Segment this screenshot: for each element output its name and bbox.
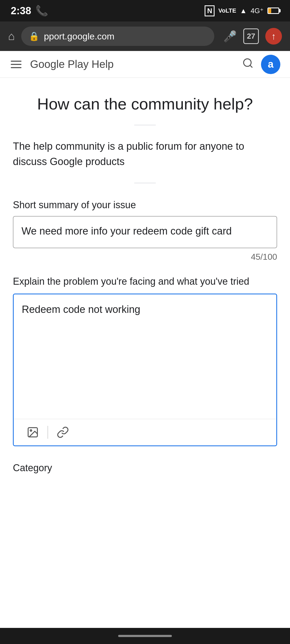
heading-divider: [134, 125, 156, 125]
home-indicator[interactable]: [118, 635, 172, 637]
clock: 2:38: [11, 5, 31, 17]
svg-point-3: [30, 430, 32, 431]
browser-bar: ⌂ 🔒 pport.google.com 🎤 27 ↑: [0, 21, 290, 51]
app-title: Google Play Help: [30, 58, 235, 70]
browser-account-icon: ↑: [271, 31, 276, 42]
volte-icon: VoLTE: [218, 7, 236, 14]
page-heading: How can the community help?: [13, 94, 277, 114]
network-icon: 4G⁺: [251, 7, 264, 15]
main-content: How can the community help? The help com…: [0, 78, 290, 495]
tab-count: 27: [247, 32, 255, 41]
user-avatar-button[interactable]: a: [261, 55, 280, 74]
description-divider: [134, 183, 156, 183]
explain-section: Explain the problem you're facing and wh…: [13, 275, 277, 446]
address-bar[interactable]: 🔒 pport.google.com: [21, 27, 214, 46]
signal-icon: ▲: [240, 7, 247, 15]
description-text: The help community is a public forum for…: [13, 139, 277, 169]
char-count: 45/100: [13, 252, 277, 262]
hamburger-line-3: [11, 67, 21, 68]
category-label: Category: [13, 462, 277, 474]
explain-textarea-wrapper: [13, 294, 277, 446]
battery-icon: [267, 8, 279, 14]
app-header: Google Play Help a: [0, 51, 290, 78]
url-text: pport.google.com: [44, 31, 207, 42]
insert-image-button[interactable]: [20, 424, 45, 441]
explain-label: Explain the problem you're facing and wh…: [13, 275, 277, 288]
summary-input[interactable]: [13, 216, 277, 248]
hamburger-line-1: [11, 61, 21, 62]
bottom-navigation-bar: [0, 628, 290, 644]
toolbar-divider: [48, 426, 48, 439]
hamburger-line-2: [11, 64, 21, 65]
summary-section: Short summary of your issue 45/100: [13, 199, 277, 262]
user-initial: a: [268, 58, 273, 70]
status-icons-area: N VoLTE ▲ 4G⁺: [205, 5, 279, 16]
svg-line-1: [250, 65, 252, 67]
status-bar: 2:38 📞 N VoLTE ▲ 4G⁺: [0, 0, 290, 21]
insert-link-button[interactable]: [50, 424, 75, 441]
textarea-toolbar: [14, 419, 276, 445]
browser-account-button[interactable]: ↑: [265, 28, 282, 45]
explain-textarea[interactable]: [14, 294, 276, 418]
microphone-button[interactable]: 🎤: [223, 30, 237, 43]
hamburger-menu-button[interactable]: [10, 60, 23, 69]
status-time-area: 2:38 📞: [11, 5, 48, 17]
phone-icon: 📞: [35, 5, 48, 17]
browser-home-button[interactable]: ⌂: [8, 30, 15, 43]
nfc-icon: N: [205, 5, 215, 16]
lock-icon: 🔒: [29, 31, 39, 41]
search-button[interactable]: [242, 57, 253, 71]
tab-switcher-button[interactable]: 27: [243, 28, 259, 44]
summary-label: Short summary of your issue: [13, 199, 277, 211]
